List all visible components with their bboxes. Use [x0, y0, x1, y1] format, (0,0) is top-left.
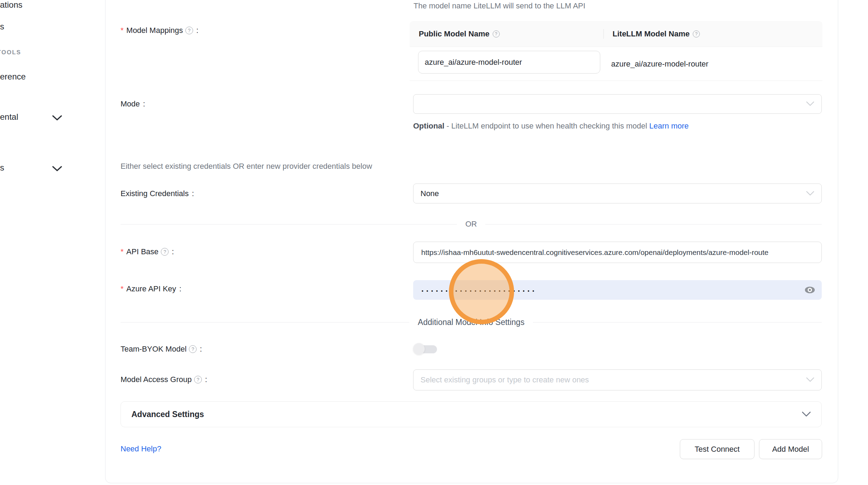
- sidebar-section-tools: TOOLS: [0, 49, 21, 56]
- model-access-group-label-text: Model Access Group: [121, 375, 192, 384]
- add-model-page: ations s TOOLS erence ental s The model …: [0, 0, 868, 485]
- toggle-knob: [413, 343, 425, 355]
- header-text: Public Model Name: [419, 29, 490, 39]
- model-mappings-table: Public Model Name ? LiteLLM Model Name ?…: [410, 21, 822, 81]
- model-access-group-placeholder: Select existing groups or type to create…: [421, 375, 589, 384]
- model-access-group-select[interactable]: Select existing groups or type to create…: [413, 369, 822, 390]
- team-byok-label-text: Team-BYOK Model: [121, 345, 186, 354]
- help-icon[interactable]: ?: [194, 376, 202, 383]
- or-divider-text: OR: [465, 220, 477, 229]
- help-icon[interactable]: ?: [693, 30, 700, 37]
- colon: :: [172, 247, 174, 256]
- advanced-settings-panel[interactable]: Advanced Settings: [121, 401, 822, 427]
- chevron-down-icon: [806, 189, 814, 198]
- toggle-visibility-eye-icon[interactable]: [804, 286, 815, 294]
- colon: :: [200, 345, 202, 354]
- learn-more-link[interactable]: Learn more: [649, 122, 689, 130]
- chevron-down-icon: [806, 375, 814, 384]
- help-icon[interactable]: ?: [185, 27, 193, 34]
- api-base-label: * API Base ? :: [121, 247, 174, 256]
- mode-label: Mode :: [121, 99, 145, 109]
- help-icon[interactable]: ?: [189, 345, 197, 353]
- optional-tag: Optional: [413, 122, 444, 130]
- colon: :: [196, 26, 198, 35]
- sidebar-item-ental[interactable]: ental: [0, 112, 18, 122]
- colon: :: [205, 375, 207, 384]
- required-asterisk: *: [121, 284, 124, 293]
- litellm-model-name-value: azure_ai/azure-model-router: [611, 47, 709, 81]
- existing-credentials-select[interactable]: None: [413, 183, 822, 203]
- existing-credentials-value: None: [421, 189, 439, 198]
- chevron-down-icon[interactable]: [52, 166, 62, 173]
- additional-settings-divider: Additional Model Info Settings: [121, 318, 822, 327]
- team-byok-toggle[interactable]: [413, 343, 438, 355]
- mode-select[interactable]: [413, 94, 822, 114]
- divider-line: [121, 322, 409, 323]
- colon: :: [143, 99, 145, 109]
- existing-credentials-label-text: Existing Credentials: [121, 189, 189, 198]
- helper-body: - LiteLLM endpoint to use when health ch…: [444, 122, 649, 130]
- api-base-label-text: API Base: [127, 247, 159, 256]
- model-mappings-label-text: Model Mappings: [127, 26, 183, 35]
- team-byok-label: Team-BYOK Model ? :: [121, 345, 202, 354]
- public-model-name-input[interactable]: [418, 51, 600, 74]
- litellm-model-name-header: LiteLLM Model Name ?: [603, 29, 700, 39]
- sidebar-item-erence[interactable]: erence: [0, 72, 26, 82]
- divider-line: [121, 224, 457, 224]
- azure-api-key-input[interactable]: ••••••••••••••••••••••••: [413, 280, 822, 300]
- test-connect-button[interactable]: Test Connect: [680, 439, 754, 459]
- or-divider: OR: [121, 220, 822, 229]
- help-icon[interactable]: ?: [493, 30, 500, 37]
- mode-label-text: Mode: [121, 99, 140, 109]
- azure-api-key-label-text: Azure API Key: [127, 284, 176, 293]
- required-asterisk: *: [121, 247, 124, 256]
- model-mappings-label: * Model Mappings ? :: [121, 26, 198, 35]
- sidebar-item-s[interactable]: s: [0, 22, 4, 32]
- need-help-link[interactable]: Need Help?: [121, 444, 161, 453]
- model-name-helper-text: The model name LiteLLM will send to the …: [414, 1, 585, 11]
- header-text: LiteLLM Model Name: [613, 29, 690, 39]
- sidebar: ations s TOOLS erence ental s: [0, 0, 105, 485]
- sidebar-item-ations[interactable]: ations: [0, 0, 22, 10]
- credentials-note: Either select existing credentials OR en…: [121, 162, 372, 171]
- mode-helper-text: Optional - LiteLLM endpoint to use when …: [413, 119, 697, 133]
- help-icon[interactable]: ?: [161, 248, 169, 256]
- api-base-input[interactable]: [413, 242, 822, 263]
- advanced-settings-title: Advanced Settings: [131, 410, 802, 419]
- chevron-down-icon[interactable]: [52, 115, 62, 123]
- chevron-down-icon: [802, 411, 811, 417]
- additional-settings-divider-text: Additional Model Info Settings: [418, 318, 524, 327]
- model-access-group-label: Model Access Group ? :: [121, 375, 207, 384]
- add-model-button[interactable]: Add Model: [759, 439, 822, 459]
- sidebar-item-s2[interactable]: s: [0, 163, 4, 173]
- table-header-row: Public Model Name ? LiteLLM Model Name ?: [410, 21, 822, 47]
- colon: :: [179, 284, 181, 293]
- divider-line: [485, 224, 822, 224]
- existing-credentials-label: Existing Credentials :: [121, 189, 194, 198]
- chevron-down-icon: [806, 99, 814, 109]
- table-row: azure_ai/azure-model-router: [410, 47, 822, 81]
- required-asterisk: *: [121, 26, 124, 35]
- azure-api-key-label: * Azure API Key :: [121, 284, 182, 293]
- colon: :: [192, 189, 194, 198]
- public-model-name-header: Public Model Name ?: [410, 29, 603, 39]
- masked-api-key-value: ••••••••••••••••••••••••: [422, 287, 537, 293]
- divider-line: [533, 322, 822, 323]
- header-separator: [603, 29, 604, 39]
